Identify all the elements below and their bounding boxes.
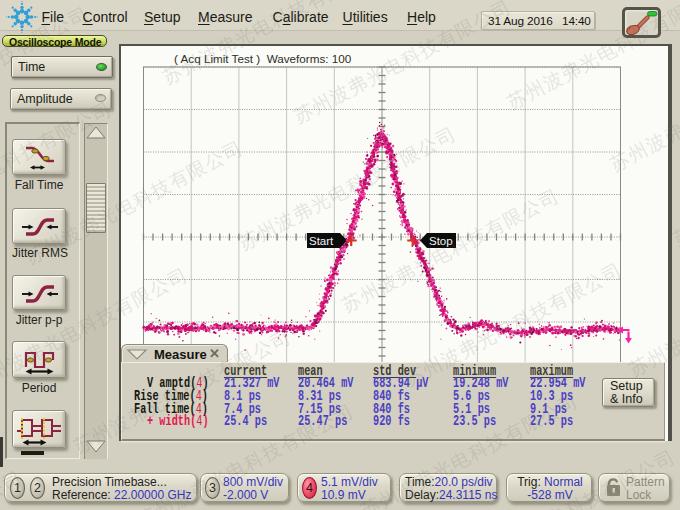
svg-text:Start: Start xyxy=(309,235,334,247)
svg-text:Stop: Stop xyxy=(429,235,453,247)
